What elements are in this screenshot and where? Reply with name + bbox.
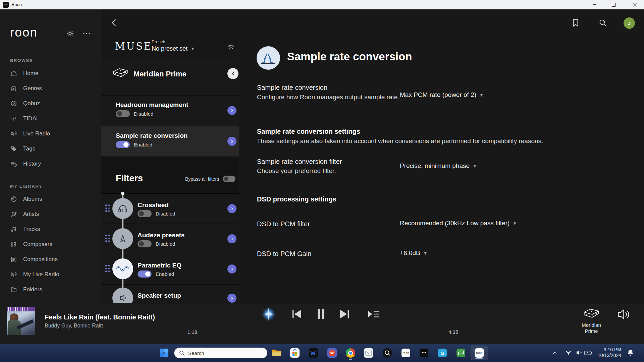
sidebar-item-tags[interactable]: Tags: [0, 141, 101, 156]
dsd-to-pcm-filter-dropdown[interactable]: Recommended (30kHz Low pass filter) ▼: [400, 220, 517, 227]
roon-active-indicator: [475, 358, 483, 359]
sidebar-item-qobuz[interactable]: Qobuz: [0, 96, 101, 111]
taskbar-app-photos[interactable]: [457, 349, 465, 357]
device-header: Meridian Prime: [101, 58, 239, 95]
tray-battery[interactable]: [584, 351, 592, 355]
more-options-button[interactable]: [83, 32, 91, 36]
chevron-right-button[interactable]: [227, 264, 236, 274]
search-placeholder: Search: [188, 350, 204, 356]
sidebar-item-compositions[interactable]: Compositions: [0, 252, 101, 267]
start-button[interactable]: [160, 349, 168, 357]
chrome-running-indicator: [349, 359, 352, 360]
taskbar-app-chrome[interactable]: [346, 348, 355, 358]
tray-notifications[interactable]: [627, 349, 634, 356]
dsd-to-pcm-gain-dropdown[interactable]: +6.0dB ▼: [400, 249, 428, 257]
filter-row-parametric-eq[interactable]: Parametric EQ Enabled: [101, 254, 239, 284]
taskbar-app-wps-office[interactable]: W: [327, 348, 337, 358]
output-zone-button[interactable]: [582, 307, 600, 321]
taskbar-app-microsoft-store[interactable]: [290, 348, 300, 358]
chain-row-headroom[interactable]: Headroom management Disabled: [101, 96, 239, 126]
sidebar-item-composers[interactable]: Composers: [0, 237, 101, 252]
volume-button[interactable]: [616, 308, 632, 321]
next-button[interactable]: [339, 309, 350, 319]
preset-selector[interactable]: No preset set ▼: [152, 45, 195, 52]
roon-icon: roon: [475, 348, 484, 358]
pause-button[interactable]: [316, 308, 326, 320]
sidebar-item-live-radio[interactable]: Live Radio: [0, 126, 101, 141]
sidebar-item-tidal[interactable]: TIDAL: [0, 111, 101, 126]
filter-row-audeze[interactable]: Audeze presets Disabled: [101, 224, 239, 254]
page-title: Sample rate conversion: [287, 50, 412, 63]
avatar[interactable]: J: [624, 17, 635, 29]
muse-settings-button[interactable]: [227, 43, 235, 51]
chevron-right-button[interactable]: [227, 294, 236, 303]
drag-handle[interactable]: [105, 265, 110, 272]
tray-volume[interactable]: [575, 350, 582, 356]
tray-network[interactable]: [565, 350, 572, 356]
maximize-icon: [612, 3, 616, 7]
chevron-right-button[interactable]: [227, 106, 236, 115]
taskbar-app-qobuz[interactable]: [383, 348, 392, 358]
collapse-button[interactable]: [227, 68, 238, 79]
sidebar-item-folders[interactable]: Folders: [0, 282, 101, 297]
home-icon: [10, 70, 17, 77]
elapsed-time: 1:18: [174, 329, 197, 335]
taskbar-app-wavelab[interactable]: [309, 348, 318, 358]
crossfeed-toggle[interactable]: [138, 210, 152, 217]
sidebar-item-history[interactable]: History: [0, 157, 101, 171]
tray-show-hidden-icons[interactable]: [552, 350, 557, 355]
sidebar-item-genres[interactable]: Genres: [0, 81, 101, 96]
parametric-eq-toggle[interactable]: [138, 270, 152, 278]
album-art[interactable]: [7, 307, 35, 335]
filter-row-speaker-setup[interactable]: Speaker setup: [101, 285, 239, 303]
taskbar-app-file-explorer[interactable]: [271, 348, 281, 357]
bookmark-button[interactable]: [572, 18, 579, 27]
close-icon: [633, 3, 637, 7]
output-zone-name[interactable]: Meridian Prime: [575, 322, 608, 334]
taskbar-app-mail[interactable]: [364, 348, 373, 358]
back-icon: [110, 18, 118, 27]
maximize-button[interactable]: [606, 0, 622, 9]
back-button[interactable]: [110, 18, 118, 27]
sidebar-item-albums[interactable]: Albums: [0, 192, 101, 206]
max-pcm-rate-dropdown[interactable]: Max PCM rate (power of 2) ▼: [400, 91, 484, 99]
chevron-down-icon: ▼: [513, 221, 517, 226]
sidebar-item-home[interactable]: Home: [0, 66, 101, 81]
chain-row-sample-rate-conversion[interactable]: Sample rate conversion Enabled: [101, 126, 239, 157]
src-filter-dropdown[interactable]: Precise, minimum phase ▼: [400, 162, 477, 170]
audeze-toggle[interactable]: [138, 240, 152, 247]
live-radio-icon: [10, 130, 17, 137]
next-icon: [339, 309, 350, 319]
sidebar-item-label: My Live Radio: [23, 271, 59, 278]
sidebar-item-my-live-radio[interactable]: My Live Radio: [0, 267, 101, 282]
chevron-right-button[interactable]: [227, 137, 236, 146]
settings-gear-button[interactable]: [66, 29, 74, 38]
close-button[interactable]: [627, 0, 643, 9]
headroom-toggle[interactable]: [116, 110, 130, 117]
sample-rate-header-icon: [257, 46, 280, 70]
drag-handle[interactable]: [105, 204, 110, 212]
taskbar-app-roon[interactable]: roon: [401, 349, 410, 357]
drag-handle[interactable]: [105, 235, 110, 242]
taskbar-app-splashtop[interactable]: S: [438, 349, 447, 357]
taskbar-app-tidal[interactable]: [420, 349, 428, 357]
bypass-all-filters-toggle[interactable]: [223, 176, 235, 182]
sidebar-item-artists[interactable]: Artists: [0, 207, 101, 222]
chevron-right-button[interactable]: [227, 234, 236, 243]
signal-path-button[interactable]: [261, 306, 277, 322]
track-title[interactable]: Feels Like Rain (feat. Bonnie Raitt): [45, 313, 155, 321]
filter-row-crossfeed[interactable]: Crossfeed Disabled: [101, 194, 239, 224]
sample-rate-toggle[interactable]: [116, 141, 130, 148]
taskbar-search[interactable]: Search: [174, 348, 267, 358]
previous-button[interactable]: [291, 309, 303, 319]
track-artists[interactable]: Buddy Guy, Bonnie Raitt: [45, 323, 103, 329]
tray-clock[interactable]: 3:16 PM 10/13/2024: [594, 347, 621, 358]
sidebar-item-tracks[interactable]: Tracks: [0, 222, 101, 237]
queue-button[interactable]: [367, 310, 380, 318]
avatar-initial: J: [628, 20, 631, 26]
search-button[interactable]: [598, 18, 607, 27]
wifi-icon: [565, 350, 572, 356]
chevron-right-button[interactable]: [227, 204, 236, 213]
minimize-button[interactable]: [587, 0, 602, 9]
setting-description: Configure how Roon manages output sample…: [257, 93, 402, 102]
